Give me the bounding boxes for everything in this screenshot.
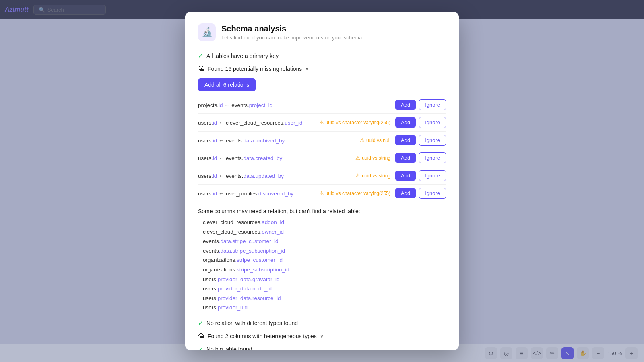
sun-icon-heterogeneous: 🌤 (198, 333, 204, 340)
relation-row-5: users.id ← user_profiles.discovered_by ⚠… (198, 185, 446, 202)
warning-text-2: uuid vs null (366, 138, 390, 143)
relation-text-2: users.id ← events.data.archived_by (198, 137, 357, 144)
check-icon-big-table: ✓ (198, 346, 203, 350)
list-item: users.provider_data.resource_id (203, 294, 446, 303)
section-different-types: ✓ No relation with different types found (198, 317, 446, 330)
modal-overlay: 🔬 Schema analysis Let's find out if you … (0, 0, 644, 362)
relations-block: Add all 6 relations projects.id ← events… (198, 75, 446, 313)
warning-badge-4: ⚠ uuid vs string (355, 173, 390, 179)
modal-icon: 🔬 (198, 23, 216, 41)
warning-badge-3: ⚠ uuid vs string (355, 155, 390, 161)
heterogeneous-types-text: Found 2 columns with heterogeneous types (208, 333, 317, 339)
check-icon-primary-key: ✓ (198, 52, 203, 60)
list-item: users.provider_uid (203, 303, 446, 313)
add-all-relations-button[interactable]: Add all 6 relations (198, 78, 256, 91)
warning-icon-1: ⚠ (319, 119, 324, 125)
missing-columns-list: clever_cloud_resources.addon_id clever_c… (198, 218, 446, 313)
list-item: users.provider_data.node_id (203, 284, 446, 294)
relation-text-0: projects.id ← events.project_id (198, 102, 392, 108)
relation-text-3: users.id ← events.data.created_by (198, 155, 352, 161)
relation-text-4: users.id ← events.data.updated_by (198, 173, 352, 179)
relation-row-1: users.id ← clever_cloud_resources.user_i… (198, 114, 446, 132)
relation-row-3: users.id ← events.data.created_by ⚠ uuid… (198, 149, 446, 167)
section-heterogeneous-types-header[interactable]: 🌤 Found 2 columns with heterogeneous typ… (198, 330, 446, 343)
modal-title: Schema analysis (221, 23, 366, 34)
missing-table-title: Some columns may need a relation, but ca… (198, 208, 446, 214)
big-table-text: No big table found (206, 346, 252, 350)
add-button-relation-0[interactable]: Add (395, 100, 416, 110)
list-item: organizations.stripe_customer_id (203, 255, 446, 265)
add-button-relation-3[interactable]: Add (395, 153, 416, 163)
relation-row-0: projects.id ← events.project_id Add Igno… (198, 96, 446, 114)
list-item: events.data.stripe_subscription_id (203, 246, 446, 256)
chevron-up-icon: ∧ (305, 66, 309, 72)
add-button-relation-2[interactable]: Add (395, 135, 416, 145)
section-big-table: ✓ No big table found (198, 343, 446, 350)
warning-text-3: uuid vs string (362, 155, 390, 161)
warning-icon-3: ⚠ (355, 155, 360, 161)
list-item: organizations.stripe_subscription_id (203, 265, 446, 275)
warning-icon-2: ⚠ (360, 137, 365, 143)
missing-relations-text: Found 16 potentially missing relations (208, 66, 302, 72)
warning-text-5: uuid vs character varying(255) (326, 191, 390, 196)
add-button-relation-1[interactable]: Add (395, 117, 416, 128)
check-icon-different-types: ✓ (198, 319, 203, 327)
ignore-button-relation-1[interactable]: Ignore (419, 117, 446, 128)
list-item: clever_cloud_resources.owner_id (203, 227, 446, 237)
warning-icon-5: ⚠ (319, 190, 324, 196)
relation-text-5: users.id ← user_profiles.discovered_by (198, 190, 316, 197)
relation-row-4: users.id ← events.data.updated_by ⚠ uuid… (198, 167, 446, 185)
section-missing-relations-header[interactable]: 🌤 Found 16 potentially missing relations… (198, 62, 446, 75)
ignore-button-relation-4[interactable]: Ignore (419, 170, 446, 181)
different-types-text: No relation with different types found (206, 320, 298, 326)
add-button-relation-4[interactable]: Add (395, 171, 416, 181)
ignore-button-relation-0[interactable]: Ignore (419, 99, 446, 110)
warning-badge-2: ⚠ uuid vs null (360, 137, 390, 143)
warning-text-1: uuid vs character varying(255) (326, 120, 390, 125)
primary-key-text: All tables have a primary key (206, 53, 279, 59)
warning-text-4: uuid vs string (362, 173, 390, 179)
modal-subtitle: Let's find out if you can make improveme… (221, 35, 366, 41)
add-button-relation-5[interactable]: Add (395, 188, 416, 198)
list-item: clever_cloud_resources.addon_id (203, 218, 446, 227)
section-primary-key: ✓ All tables have a primary key (198, 49, 446, 62)
chevron-down-icon-heterogeneous: ∨ (320, 333, 324, 339)
modal-header: 🔬 Schema analysis Let's find out if you … (198, 23, 446, 41)
missing-table-section: Some columns may need a relation, but ca… (198, 208, 446, 313)
list-item: events.data.stripe_customer_id (203, 237, 446, 246)
ignore-button-relation-5[interactable]: Ignore (419, 188, 446, 199)
warning-badge-1: ⚠ uuid vs character varying(255) (319, 119, 390, 125)
ignore-button-relation-3[interactable]: Ignore (419, 152, 446, 163)
ignore-button-relation-2[interactable]: Ignore (419, 135, 446, 146)
warning-badge-5: ⚠ uuid vs character varying(255) (319, 190, 390, 196)
relation-row-2: users.id ← events.data.archived_by ⚠ uui… (198, 132, 446, 149)
relation-text-1: users.id ← clever_cloud_resources.user_i… (198, 119, 316, 126)
modal-title-area: Schema analysis Let's find out if you ca… (221, 23, 366, 41)
warning-icon-4: ⚠ (355, 173, 360, 179)
list-item: users.provider_data.gravatar_id (203, 275, 446, 284)
schema-analysis-modal: 🔬 Schema analysis Let's find out if you … (185, 12, 459, 350)
sun-icon-missing-relations: 🌤 (198, 65, 204, 72)
